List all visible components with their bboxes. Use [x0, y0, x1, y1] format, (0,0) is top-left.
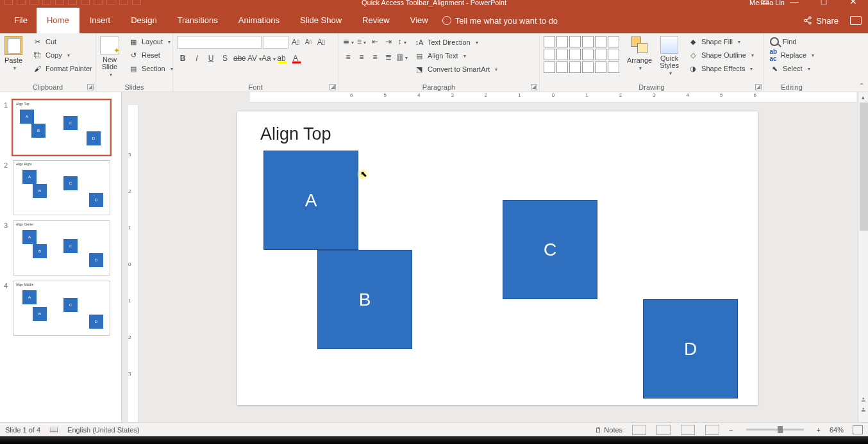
scroll-up-button[interactable]: ▴	[858, 92, 868, 103]
qat-icon[interactable]	[119, 0, 128, 5]
share-button[interactable]: Share	[803, 8, 839, 33]
qat-icon[interactable]	[81, 0, 90, 5]
minimize-button[interactable]: —	[780, 0, 809, 6]
new-slide-button[interactable]: New Slide	[96, 33, 123, 86]
vertical-scrollbar[interactable]: ▴ ≛≛ ▾	[858, 92, 868, 426]
justify-button[interactable]: ≣	[383, 51, 394, 63]
notes-button[interactable]: 🗒 Notes	[595, 426, 622, 434]
font-dialog-launcher[interactable]: ◢	[330, 84, 336, 90]
quick-styles-button[interactable]: Quick Styles	[656, 33, 683, 85]
tab-file[interactable]: File	[5, 8, 37, 33]
tell-me-search[interactable]: Tell me what you want to do	[442, 8, 558, 33]
spellcheck-icon[interactable]: 📖	[49, 425, 58, 434]
qat-icon[interactable]	[94, 0, 103, 5]
numbering-button[interactable]: ≡	[356, 36, 367, 47]
zoom-slider-thumb[interactable]	[778, 426, 783, 433]
shape-icon[interactable]	[595, 36, 606, 47]
decrease-indent-button[interactable]: ⇤	[369, 36, 381, 47]
zoom-out-button[interactable]: −	[729, 426, 733, 434]
shape-icon[interactable]	[608, 36, 619, 47]
close-button[interactable]: ✕	[839, 0, 868, 6]
shape-icon[interactable]	[569, 49, 581, 60]
shape-icon[interactable]	[608, 49, 619, 60]
shape-fill-button[interactable]: ◆Shape Fill	[685, 35, 756, 48]
select-button[interactable]: ⬉Select	[767, 62, 817, 75]
shape-b[interactable]: B	[317, 250, 412, 349]
qat-icon[interactable]	[29, 0, 38, 5]
fit-to-window-button[interactable]	[853, 425, 863, 434]
previous-slide-button[interactable]: ≛	[858, 395, 868, 406]
align-text-button[interactable]: ▤Align Text	[412, 49, 500, 62]
tab-insert[interactable]: Insert	[79, 8, 121, 33]
align-right-button[interactable]: ≡	[369, 51, 381, 63]
clear-formatting-button[interactable]: A⃠	[315, 37, 327, 48]
slide-sorter-view-button[interactable]	[656, 425, 671, 435]
section-button[interactable]: ▤Section	[126, 62, 176, 75]
slide-editor[interactable]: 6543210123456 3210123 Align Top A B C D …	[122, 92, 868, 426]
paste-button[interactable]: Paste	[0, 33, 27, 84]
slide-title-text[interactable]: Align Top	[260, 124, 331, 144]
slide-thumbnail-4[interactable]: Align Middle A B C D	[13, 281, 110, 336]
shape-outline-button[interactable]: ◇Shape Outline	[685, 49, 756, 62]
qat-icon[interactable]	[55, 0, 64, 5]
shape-icon[interactable]	[608, 62, 619, 73]
align-left-button[interactable]: ≡	[342, 51, 354, 63]
underline-button[interactable]: U	[205, 53, 217, 64]
qat-icon[interactable]	[17, 0, 26, 5]
bullets-button[interactable]: ≣	[342, 36, 354, 47]
convert-smartart-button[interactable]: ⬔Convert to SmartArt	[412, 63, 500, 76]
slideshow-view-button[interactable]	[705, 425, 719, 435]
shape-icon[interactable]	[582, 49, 594, 60]
quick-access-toolbar[interactable]	[0, 0, 141, 5]
language-status[interactable]: English (United States)	[67, 426, 140, 434]
slide-thumbnails-pane[interactable]: 1 Align Top A B C D 2 Align Right A B C …	[0, 92, 122, 426]
qat-icon[interactable]	[4, 0, 13, 5]
ribbon-display-options-icon[interactable]: ▭	[750, 0, 780, 6]
shape-icon[interactable]	[544, 49, 555, 60]
tab-slideshow[interactable]: Slide Show	[290, 8, 352, 33]
copy-button[interactable]: ⿻Copy	[29, 49, 95, 62]
shape-icon[interactable]	[556, 36, 568, 47]
shape-icon[interactable]	[582, 36, 594, 47]
next-slide-button[interactable]: ≛	[858, 406, 868, 416]
slide-counter[interactable]: Slide 1 of 4	[5, 426, 40, 434]
font-name-input[interactable]	[177, 36, 262, 49]
shape-icon[interactable]	[569, 36, 581, 47]
shape-icon[interactable]	[595, 49, 606, 60]
font-size-input[interactable]	[263, 36, 288, 49]
qat-icon[interactable]	[106, 0, 115, 5]
reset-button[interactable]: ↺Reset	[126, 49, 176, 62]
change-case-button[interactable]: Aa	[262, 53, 273, 64]
slide-thumbnail-2[interactable]: Align Right A B C D	[13, 160, 110, 215]
shape-icon[interactable]	[582, 62, 594, 73]
tab-design[interactable]: Design	[121, 8, 167, 33]
shape-icon[interactable]	[556, 62, 568, 73]
restore-button[interactable]: □	[809, 0, 839, 6]
font-color-button[interactable]: A	[290, 53, 301, 64]
qat-icon[interactable]	[68, 0, 77, 5]
find-button[interactable]: Find	[767, 35, 817, 48]
replace-button[interactable]: abacReplace	[767, 49, 817, 62]
highlight-color-button[interactable]: ab	[276, 53, 287, 64]
character-spacing-button[interactable]: AV	[247, 53, 259, 64]
slide-thumbnail-3[interactable]: Align Center A B C D	[13, 220, 110, 275]
shape-a[interactable]: A	[263, 151, 358, 250]
layout-button[interactable]: ▦Layout	[126, 35, 176, 48]
tab-animations[interactable]: Animations	[228, 8, 290, 33]
zoom-in-button[interactable]: +	[817, 426, 821, 434]
tab-transitions[interactable]: Transitions	[167, 8, 228, 33]
paragraph-dialog-launcher[interactable]: ◢	[531, 84, 537, 90]
decrease-font-size-button[interactable]: A͐	[303, 37, 314, 48]
shape-icon[interactable]	[544, 62, 555, 73]
shape-icon[interactable]	[569, 62, 581, 73]
shapes-gallery[interactable]	[540, 33, 623, 85]
slide-thumbnail-1[interactable]: Align Top A B C D	[13, 100, 110, 155]
line-spacing-button[interactable]: ↕	[396, 36, 408, 47]
bold-button[interactable]: B	[177, 53, 188, 64]
shape-d[interactable]: D	[643, 299, 738, 399]
shape-c[interactable]: C	[503, 200, 597, 299]
drawing-dialog-launcher[interactable]: ◢	[755, 84, 762, 90]
shape-icon[interactable]	[595, 62, 606, 73]
increase-indent-button[interactable]: ⇥	[383, 36, 394, 47]
reading-view-button[interactable]	[681, 425, 695, 435]
